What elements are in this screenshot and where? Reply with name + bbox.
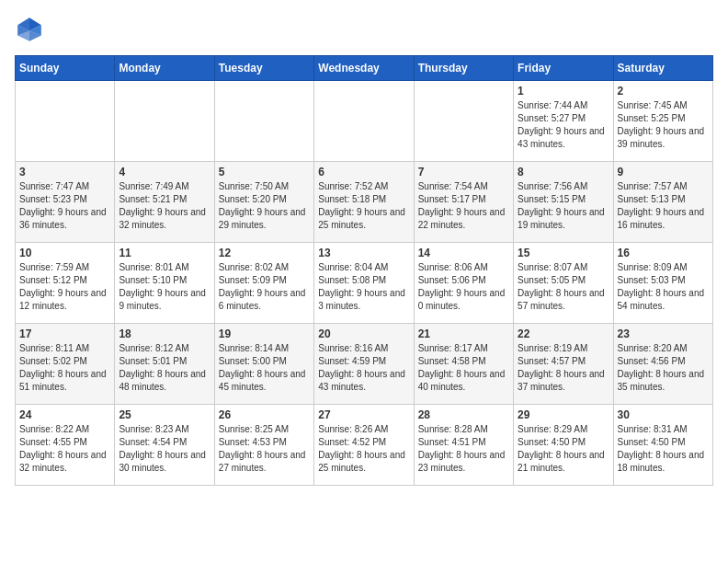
week-row-5: 24Sunrise: 8:22 AM Sunset: 4:55 PM Dayli… bbox=[16, 405, 713, 486]
day-info: Sunrise: 8:06 AM Sunset: 5:06 PM Dayligh… bbox=[418, 261, 509, 313]
calendar-cell: 1Sunrise: 7:44 AM Sunset: 5:27 PM Daylig… bbox=[514, 81, 613, 162]
calendar-cell: 3Sunrise: 7:47 AM Sunset: 5:23 PM Daylig… bbox=[16, 162, 115, 243]
calendar-cell: 7Sunrise: 7:54 AM Sunset: 5:17 PM Daylig… bbox=[414, 162, 513, 243]
day-number: 6 bbox=[318, 166, 409, 178]
calendar-cell: 14Sunrise: 8:06 AM Sunset: 5:06 PM Dayli… bbox=[414, 243, 513, 324]
calendar-cell: 20Sunrise: 8:16 AM Sunset: 4:59 PM Dayli… bbox=[314, 324, 414, 405]
day-info: Sunrise: 8:01 AM Sunset: 5:10 PM Dayligh… bbox=[119, 261, 210, 313]
calendar-cell bbox=[16, 81, 115, 162]
week-row-4: 17Sunrise: 8:11 AM Sunset: 5:02 PM Dayli… bbox=[16, 324, 713, 405]
calendar-cell: 18Sunrise: 8:12 AM Sunset: 5:01 PM Dayli… bbox=[115, 324, 214, 405]
day-header-saturday: Saturday bbox=[613, 56, 712, 81]
calendar-cell: 19Sunrise: 8:14 AM Sunset: 5:00 PM Dayli… bbox=[214, 324, 313, 405]
calendar-table: SundayMondayTuesdayWednesdayThursdayFrid… bbox=[15, 55, 713, 486]
day-number: 4 bbox=[119, 166, 210, 178]
day-number: 9 bbox=[618, 166, 709, 178]
calendar-cell: 11Sunrise: 8:01 AM Sunset: 5:10 PM Dayli… bbox=[115, 243, 214, 324]
day-number: 22 bbox=[518, 327, 609, 340]
day-number: 19 bbox=[219, 327, 310, 340]
calendar-cell: 13Sunrise: 8:04 AM Sunset: 5:08 PM Dayli… bbox=[314, 243, 414, 324]
day-number: 5 bbox=[219, 166, 310, 178]
day-info: Sunrise: 7:44 AM Sunset: 5:27 PM Dayligh… bbox=[518, 99, 609, 151]
calendar-cell: 6Sunrise: 7:52 AM Sunset: 5:18 PM Daylig… bbox=[314, 162, 414, 243]
day-number: 1 bbox=[518, 85, 609, 98]
day-info: Sunrise: 7:54 AM Sunset: 5:17 PM Dayligh… bbox=[418, 180, 509, 232]
day-info: Sunrise: 8:17 AM Sunset: 4:58 PM Dayligh… bbox=[418, 342, 509, 394]
day-info: Sunrise: 7:52 AM Sunset: 5:18 PM Dayligh… bbox=[318, 180, 409, 232]
logo bbox=[15, 15, 48, 44]
days-header-row: SundayMondayTuesdayWednesdayThursdayFrid… bbox=[16, 56, 713, 81]
calendar-cell: 21Sunrise: 8:17 AM Sunset: 4:58 PM Dayli… bbox=[414, 324, 513, 405]
calendar-cell: 10Sunrise: 7:59 AM Sunset: 5:12 PM Dayli… bbox=[16, 243, 115, 324]
day-number: 28 bbox=[418, 408, 509, 421]
day-info: Sunrise: 7:56 AM Sunset: 5:15 PM Dayligh… bbox=[518, 180, 609, 232]
day-info: Sunrise: 8:04 AM Sunset: 5:08 PM Dayligh… bbox=[318, 261, 409, 313]
calendar-cell: 12Sunrise: 8:02 AM Sunset: 5:09 PM Dayli… bbox=[214, 243, 313, 324]
day-info: Sunrise: 8:20 AM Sunset: 4:56 PM Dayligh… bbox=[618, 342, 709, 394]
day-info: Sunrise: 7:47 AM Sunset: 5:23 PM Dayligh… bbox=[19, 180, 110, 232]
day-number: 15 bbox=[518, 247, 609, 259]
calendar-cell: 26Sunrise: 8:25 AM Sunset: 4:53 PM Dayli… bbox=[214, 405, 313, 486]
calendar-cell: 22Sunrise: 8:19 AM Sunset: 4:57 PM Dayli… bbox=[514, 324, 613, 405]
calendar-cell: 30Sunrise: 8:31 AM Sunset: 4:50 PM Dayli… bbox=[613, 405, 712, 486]
day-number: 10 bbox=[19, 247, 110, 259]
calendar-cell bbox=[214, 81, 313, 162]
day-info: Sunrise: 8:11 AM Sunset: 5:02 PM Dayligh… bbox=[19, 342, 110, 394]
day-number: 20 bbox=[318, 327, 409, 340]
day-number: 7 bbox=[418, 166, 509, 178]
calendar-cell bbox=[115, 81, 214, 162]
day-number: 3 bbox=[19, 166, 110, 178]
day-number: 8 bbox=[518, 166, 609, 178]
calendar-cell: 27Sunrise: 8:26 AM Sunset: 4:52 PM Dayli… bbox=[314, 405, 414, 486]
calendar-cell bbox=[314, 81, 414, 162]
day-info: Sunrise: 7:59 AM Sunset: 5:12 PM Dayligh… bbox=[19, 261, 110, 313]
day-info: Sunrise: 8:28 AM Sunset: 4:51 PM Dayligh… bbox=[418, 423, 509, 475]
calendar-cell: 24Sunrise: 8:22 AM Sunset: 4:55 PM Dayli… bbox=[16, 405, 115, 486]
calendar-cell: 28Sunrise: 8:28 AM Sunset: 4:51 PM Dayli… bbox=[414, 405, 513, 486]
day-info: Sunrise: 8:07 AM Sunset: 5:05 PM Dayligh… bbox=[518, 261, 609, 313]
day-number: 23 bbox=[618, 327, 709, 340]
calendar-cell: 8Sunrise: 7:56 AM Sunset: 5:15 PM Daylig… bbox=[514, 162, 613, 243]
week-row-1: 1Sunrise: 7:44 AM Sunset: 5:27 PM Daylig… bbox=[16, 81, 713, 162]
calendar-cell: 25Sunrise: 8:23 AM Sunset: 4:54 PM Dayli… bbox=[115, 405, 214, 486]
day-header-sunday: Sunday bbox=[16, 56, 115, 81]
day-number: 16 bbox=[618, 247, 709, 259]
calendar-cell: 2Sunrise: 7:45 AM Sunset: 5:25 PM Daylig… bbox=[613, 81, 712, 162]
day-info: Sunrise: 8:02 AM Sunset: 5:09 PM Dayligh… bbox=[219, 261, 310, 313]
day-info: Sunrise: 8:31 AM Sunset: 4:50 PM Dayligh… bbox=[618, 423, 709, 475]
day-info: Sunrise: 8:14 AM Sunset: 5:00 PM Dayligh… bbox=[219, 342, 310, 394]
day-number: 14 bbox=[418, 247, 509, 259]
day-info: Sunrise: 7:45 AM Sunset: 5:25 PM Dayligh… bbox=[618, 99, 709, 151]
calendar-cell: 29Sunrise: 8:29 AM Sunset: 4:50 PM Dayli… bbox=[514, 405, 613, 486]
day-header-thursday: Thursday bbox=[414, 56, 513, 81]
day-info: Sunrise: 8:25 AM Sunset: 4:53 PM Dayligh… bbox=[219, 423, 310, 475]
day-number: 21 bbox=[418, 327, 509, 340]
day-number: 26 bbox=[219, 408, 310, 421]
day-number: 25 bbox=[119, 408, 210, 421]
week-row-3: 10Sunrise: 7:59 AM Sunset: 5:12 PM Dayli… bbox=[16, 243, 713, 324]
day-header-tuesday: Tuesday bbox=[214, 56, 313, 81]
calendar-cell: 9Sunrise: 7:57 AM Sunset: 5:13 PM Daylig… bbox=[613, 162, 712, 243]
calendar-cell bbox=[414, 81, 513, 162]
page-header bbox=[15, 15, 713, 44]
day-info: Sunrise: 8:09 AM Sunset: 5:03 PM Dayligh… bbox=[618, 261, 709, 313]
calendar-cell: 17Sunrise: 8:11 AM Sunset: 5:02 PM Dayli… bbox=[16, 324, 115, 405]
day-info: Sunrise: 7:50 AM Sunset: 5:20 PM Dayligh… bbox=[219, 180, 310, 232]
calendar-cell: 16Sunrise: 8:09 AM Sunset: 5:03 PM Dayli… bbox=[613, 243, 712, 324]
day-info: Sunrise: 8:22 AM Sunset: 4:55 PM Dayligh… bbox=[19, 423, 110, 475]
day-info: Sunrise: 8:12 AM Sunset: 5:01 PM Dayligh… bbox=[119, 342, 210, 394]
day-number: 27 bbox=[318, 408, 409, 421]
day-number: 24 bbox=[19, 408, 110, 421]
calendar-cell: 23Sunrise: 8:20 AM Sunset: 4:56 PM Dayli… bbox=[613, 324, 712, 405]
day-info: Sunrise: 8:23 AM Sunset: 4:54 PM Dayligh… bbox=[119, 423, 210, 475]
day-number: 17 bbox=[19, 327, 110, 340]
day-header-wednesday: Wednesday bbox=[314, 56, 414, 81]
day-number: 29 bbox=[518, 408, 609, 421]
day-number: 18 bbox=[119, 327, 210, 340]
logo-icon bbox=[15, 15, 44, 44]
calendar-cell: 15Sunrise: 8:07 AM Sunset: 5:05 PM Dayli… bbox=[514, 243, 613, 324]
day-info: Sunrise: 7:49 AM Sunset: 5:21 PM Dayligh… bbox=[119, 180, 210, 232]
day-number: 13 bbox=[318, 247, 409, 259]
day-number: 11 bbox=[119, 247, 210, 259]
calendar-cell: 5Sunrise: 7:50 AM Sunset: 5:20 PM Daylig… bbox=[214, 162, 313, 243]
